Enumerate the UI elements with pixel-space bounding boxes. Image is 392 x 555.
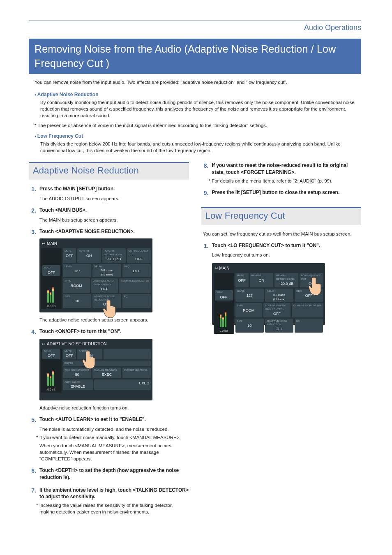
step-number: 9. bbox=[201, 189, 209, 197]
main-bus-screenshot: ↩MAIN SOLOOFF 0.0 dB MUTEOFF REVERBON bbox=[39, 238, 189, 312]
ui-title: MAIN bbox=[47, 241, 57, 247]
page-title: Removing Noise from the Audio (Adaptive … bbox=[29, 39, 361, 74]
level-meter: SOLOOFF 0.0 dB bbox=[41, 349, 62, 393]
step-sub: Adaptive noise reduction function turns … bbox=[39, 405, 189, 411]
step-text: Touch <LO FREQUENCY CUT> to turn it "ON"… bbox=[212, 242, 362, 250]
feature-lfc-body: This divides the region below 200 Hz int… bbox=[40, 141, 357, 154]
step-note: If you want to detect noise manually, to… bbox=[36, 434, 189, 441]
header-category: Audio Operations bbox=[29, 23, 361, 33]
ui-title: MAIN bbox=[219, 266, 230, 271]
header-divider bbox=[29, 21, 361, 21]
step-sub: Low frequency cut turns on. bbox=[212, 252, 362, 258]
step-text: Touch <ADAPTIVE NOISE REDUCTION>. bbox=[39, 228, 189, 236]
intro-text: You can remove noise from the input audi… bbox=[35, 79, 361, 86]
level-meter: SOLOOFF 0.0 dB bbox=[41, 248, 62, 309]
step-sub: The MAIN bus setup screen appears. bbox=[39, 217, 189, 223]
step-sub: The adaptive noise reduction setup scree… bbox=[39, 317, 189, 323]
feature-anr-body: By continuously monitoring the input aud… bbox=[40, 99, 357, 119]
step-number: 1. bbox=[29, 185, 36, 194]
step-number: 6. bbox=[29, 467, 36, 481]
step-number: 7. bbox=[29, 487, 36, 501]
step-number: 4. bbox=[29, 328, 36, 336]
step-number: 8. bbox=[201, 162, 209, 176]
step-text: If you want to reset the noise-reduced r… bbox=[212, 162, 362, 176]
step-number: 5. bbox=[29, 416, 36, 424]
lfc-section-title: Low Frequency Cut bbox=[201, 207, 362, 225]
lfc-screenshot: ↩MAIN SOLOOFF 0.0 dB MUTEOFF REVERBON bbox=[212, 263, 362, 325]
feature-anr-note: The presence or absence of voice in the … bbox=[35, 122, 361, 129]
back-icon: ↩ bbox=[214, 266, 218, 271]
left-column: Adaptive Noise Reduction 1.Press the MAI… bbox=[29, 162, 189, 520]
step-text: Touch <MAIN BUS>. bbox=[39, 207, 189, 215]
step-sub: When you touch <MANUAL MEASURE>, measure… bbox=[39, 442, 189, 462]
step-note: Increasing the value raises the sensitiv… bbox=[36, 502, 189, 515]
anr-section-title: Adaptive Noise Reduction bbox=[29, 162, 189, 180]
step-text: Touch <AUTO LEARN> to set it to "ENABLE"… bbox=[39, 416, 189, 424]
step-note: For details on the menu items, refer to … bbox=[209, 178, 362, 184]
step-number: 1. bbox=[201, 242, 209, 250]
step-sub: The noise is automatically detected, and… bbox=[39, 426, 189, 432]
step-number: 3. bbox=[29, 228, 36, 236]
back-icon: ↩ bbox=[42, 341, 45, 347]
step-text: Press the MAIN [SETUP] button. bbox=[39, 185, 189, 194]
step-text: Press the lit [SETUP] button to close th… bbox=[212, 189, 362, 197]
step-text: Touch <DEPTH> to set the depth (how aggr… bbox=[39, 467, 189, 481]
feature-anr-title: Adaptive Noise Reduction bbox=[35, 91, 361, 98]
ui-title: ADAPTIVE NOISE REDUCTION bbox=[47, 341, 107, 347]
lfc-intro: You can set low frequency cut as well fr… bbox=[203, 231, 362, 237]
step-sub: The AUDIO OUTPUT screen appears. bbox=[39, 195, 189, 202]
right-column: 8.If you want to reset the noise-reduced… bbox=[201, 162, 362, 520]
anr-screenshot: ↩ADAPTIVE NOISE REDUCTION SOLOOFF 0.0 dB… bbox=[39, 339, 189, 400]
back-icon: ↩ bbox=[42, 241, 45, 247]
level-meter: SOLOOFF 0.0 dB bbox=[214, 273, 234, 334]
step-text: Touch <ON/OFF> to turn this "ON". bbox=[39, 328, 189, 336]
feature-lfc-title: Low Frequency Cut bbox=[35, 133, 361, 140]
step-text: If the ambient noise level is high, touc… bbox=[39, 487, 189, 501]
step-number: 2. bbox=[29, 207, 36, 215]
